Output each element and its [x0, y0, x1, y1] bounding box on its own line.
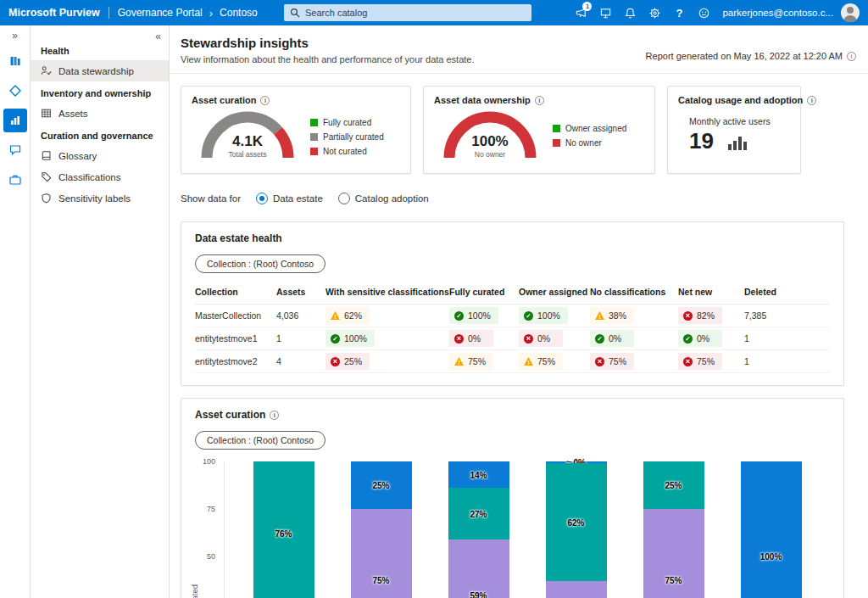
- table-row[interactable]: MasterCollection4,03662%100%100%38%82%7,…: [195, 305, 830, 327]
- rail-item-insights[interactable]: [3, 109, 27, 132]
- cell-deleted: 1: [744, 333, 830, 344]
- sidebar-item-assets[interactable]: Assets: [31, 103, 169, 124]
- guided-tours-button[interactable]: [594, 2, 616, 24]
- collection-filter-button[interactable]: Collection : (Root) Contoso: [195, 431, 326, 450]
- sidebar-item-glossary[interactable]: Glossary: [31, 145, 169, 166]
- chart-bar[interactable]: ≈ 0%62%: [546, 461, 607, 598]
- status-value: 0%: [537, 333, 550, 344]
- status-value: 100%: [344, 333, 367, 344]
- chart-segment-purple[interactable]: 75%: [643, 509, 704, 598]
- cell-status: 25%: [326, 353, 449, 370]
- col-deleted[interactable]: Deleted: [744, 287, 830, 297]
- rail-item-data-policy[interactable]: [3, 138, 27, 162]
- chart-segment-purple[interactable]: 75%: [351, 509, 412, 598]
- feedback-button[interactable]: [693, 2, 715, 24]
- chart-bar[interactable]: 25%75%: [643, 461, 704, 598]
- chart-segment-teal[interactable]: 76%: [253, 461, 314, 598]
- sidebar-item-sensitivity-labels[interactable]: Sensitivity labels: [31, 187, 169, 209]
- expand-rail-button[interactable]: »: [12, 30, 18, 42]
- collapse-sidebar-button[interactable]: «: [155, 31, 161, 42]
- sidebar-item-label: Data stewardship: [58, 66, 134, 76]
- catalog-search[interactable]: [284, 4, 531, 21]
- col-net-new[interactable]: Net new: [678, 287, 744, 297]
- info-icon[interactable]: [270, 411, 279, 420]
- summary-cards: Asset curation 4.1K Total assets Fully c…: [181, 86, 856, 174]
- rail-item-data-map[interactable]: [3, 79, 27, 103]
- info-icon[interactable]: [260, 96, 270, 105]
- warning-icon: [331, 311, 340, 320]
- sidebar-item-label: Glossary: [58, 151, 97, 161]
- status-chip-warning: 62%: [326, 307, 370, 324]
- rail-item-management[interactable]: [3, 168, 27, 192]
- col-fully-curated[interactable]: Fully curated: [449, 287, 519, 297]
- tag-icon: [41, 171, 52, 182]
- radio-icon[interactable]: [338, 193, 350, 204]
- brand-logo[interactable]: Microsoft Purview: [8, 7, 100, 19]
- legend-item: Fully curated: [310, 118, 384, 127]
- col-owner-assigned[interactable]: Owner assigned: [519, 287, 590, 297]
- health-table-header: Collection Assets With sensitive classif…: [195, 287, 830, 305]
- chart-segment-blue[interactable]: 14%: [448, 461, 509, 488]
- chart-segment-teal[interactable]: 27%: [448, 488, 509, 539]
- breadcrumb-portal[interactable]: Governance Portal: [118, 7, 203, 19]
- avatar[interactable]: [841, 3, 860, 22]
- sidebar-item-data-stewardship[interactable]: Data stewardship: [31, 60, 169, 81]
- chart-segment-blue[interactable]: 25%: [351, 461, 412, 509]
- legend-label: Fully curated: [323, 118, 371, 127]
- whats-new-button[interactable]: 1: [570, 2, 592, 24]
- status-chip-success: 100%: [326, 330, 375, 347]
- chart-bar[interactable]: 25%75%: [351, 461, 412, 598]
- info-icon[interactable]: [847, 52, 856, 61]
- segment-label: 25%: [665, 481, 682, 490]
- col-assets[interactable]: Assets: [276, 287, 326, 297]
- col-collection[interactable]: Collection: [195, 287, 276, 297]
- chart-segment-teal[interactable]: 62%: [546, 463, 607, 581]
- total-assets-caption: Total assets: [192, 150, 303, 159]
- y-tick: 100: [203, 457, 215, 466]
- sidebar-item-label: Assets: [58, 109, 88, 119]
- chart-bar[interactable]: 100%: [741, 461, 802, 598]
- topbar: Microsoft Purview Governance Portal Cont…: [0, 0, 868, 25]
- status-value: 75%: [537, 356, 555, 366]
- notifications-button[interactable]: [619, 2, 641, 24]
- collection-filter-button[interactable]: Collection : (Root) Contoso: [195, 254, 326, 273]
- legend-swatch: [310, 133, 318, 141]
- radio-icon[interactable]: [256, 193, 268, 204]
- table-row[interactable]: entitytestmove11100%0%0%0%0%1: [195, 327, 830, 350]
- account-email[interactable]: parkerjones@contoso.c...: [722, 8, 833, 18]
- chart-bar[interactable]: 14%27%59%: [448, 461, 509, 598]
- cell-status: 82%: [678, 307, 744, 324]
- info-icon[interactable]: [807, 96, 816, 105]
- rail-item-data-catalog[interactable]: [3, 49, 27, 73]
- search-input[interactable]: [305, 8, 526, 18]
- status-chip-success: 100%: [519, 307, 568, 324]
- chart-segment-blue[interactable]: 100%: [741, 461, 802, 598]
- radio-catalog-adoption[interactable]: Catalog adoption: [338, 193, 429, 204]
- y-tick: 50: [207, 552, 215, 561]
- segment-label: 62%: [567, 517, 584, 527]
- chart-segment-purple[interactable]: [546, 581, 607, 598]
- stewardship-icon: [41, 65, 52, 76]
- col-no-classifications[interactable]: No classifications: [590, 287, 678, 297]
- radio-data-estate[interactable]: Data estate: [256, 193, 323, 204]
- settings-button[interactable]: [643, 2, 665, 24]
- sidebar-group-health: Health: [31, 39, 169, 60]
- cell-status: 100%: [449, 307, 519, 324]
- cell-status: 100%: [326, 330, 449, 347]
- sidebar-item-classifications[interactable]: Classifications: [31, 166, 169, 187]
- table-row[interactable]: entitytestmove2425%75%75%75%75%1: [195, 350, 830, 373]
- y-tick: 75: [207, 505, 215, 513]
- chart-bar[interactable]: 76%: [253, 461, 314, 598]
- sensitivity-label-icon: [41, 193, 52, 204]
- error-icon: [683, 311, 693, 321]
- breadcrumb-tenant[interactable]: Contoso: [220, 7, 258, 19]
- error-icon: [683, 357, 693, 366]
- col-sensitive[interactable]: With sensitive classifications: [326, 287, 449, 297]
- info-icon[interactable]: [535, 96, 544, 105]
- chart-segment-purple[interactable]: 59%: [448, 539, 509, 598]
- data-estate-health-card: Data estate health Collection : (Root) C…: [181, 221, 844, 386]
- legend-label: Owner assigned: [565, 124, 626, 133]
- help-button[interactable]: ?: [668, 2, 690, 24]
- show-data-for: Show data for Data estate Catalog adopti…: [181, 193, 856, 204]
- chart-segment-teal[interactable]: 25%: [643, 461, 704, 509]
